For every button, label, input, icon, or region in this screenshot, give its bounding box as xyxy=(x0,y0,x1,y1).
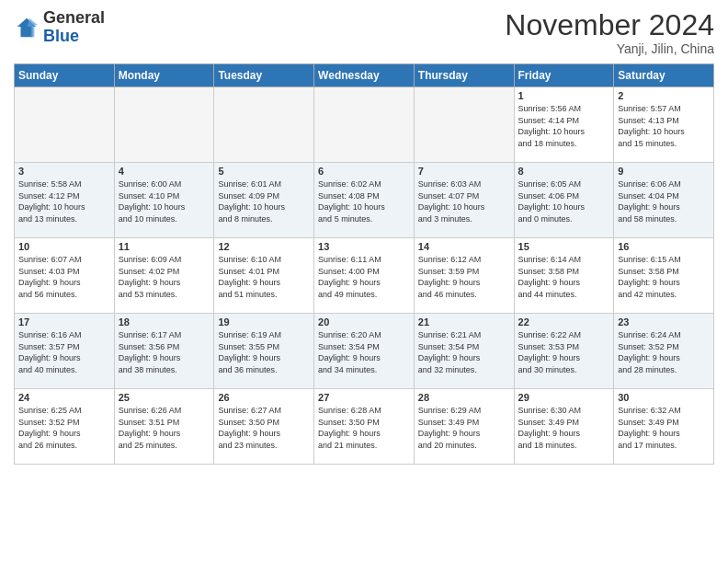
header-monday: Monday xyxy=(114,64,214,87)
title-block: November 2024 Yanji, Jilin, China xyxy=(505,9,714,56)
day-info: Sunrise: 6:29 AM Sunset: 3:49 PM Dayligh… xyxy=(418,405,510,451)
calendar-cell: 8Sunrise: 6:05 AM Sunset: 4:06 PM Daylig… xyxy=(514,163,614,238)
calendar-cell: 3Sunrise: 5:58 AM Sunset: 4:12 PM Daylig… xyxy=(15,163,115,238)
calendar-cell: 5Sunrise: 6:01 AM Sunset: 4:09 PM Daylig… xyxy=(214,163,314,238)
calendar-cell: 25Sunrise: 6:26 AM Sunset: 3:51 PM Dayli… xyxy=(114,389,214,465)
day-info: Sunrise: 6:11 AM Sunset: 4:00 PM Dayligh… xyxy=(318,254,410,300)
logo-icon xyxy=(14,15,40,40)
weekday-header-row: Sunday Monday Tuesday Wednesday Thursday… xyxy=(15,64,714,87)
day-info: Sunrise: 6:02 AM Sunset: 4:08 PM Dayligh… xyxy=(318,178,410,224)
day-number: 7 xyxy=(418,166,510,177)
day-info: Sunrise: 6:17 AM Sunset: 3:56 PM Dayligh… xyxy=(119,329,210,375)
calendar-cell xyxy=(314,87,415,163)
calendar-cell: 11Sunrise: 6:09 AM Sunset: 4:02 PM Dayli… xyxy=(114,238,214,314)
day-number: 10 xyxy=(18,241,110,252)
day-info: Sunrise: 6:07 AM Sunset: 4:03 PM Dayligh… xyxy=(18,254,110,300)
day-info: Sunrise: 6:01 AM Sunset: 4:09 PM Dayligh… xyxy=(218,178,310,224)
header-friday: Friday xyxy=(514,64,614,87)
week-row-2: 3Sunrise: 5:58 AM Sunset: 4:12 PM Daylig… xyxy=(15,163,714,238)
calendar-cell: 22Sunrise: 6:22 AM Sunset: 3:53 PM Dayli… xyxy=(514,314,614,389)
day-number: 18 xyxy=(119,316,210,327)
day-info: Sunrise: 6:28 AM Sunset: 3:50 PM Dayligh… xyxy=(318,405,410,451)
month-title: November 2024 xyxy=(505,9,714,41)
calendar-cell: 18Sunrise: 6:17 AM Sunset: 3:56 PM Dayli… xyxy=(114,314,214,389)
calendar-cell: 9Sunrise: 6:06 AM Sunset: 4:04 PM Daylig… xyxy=(614,163,714,238)
day-info: Sunrise: 6:15 AM Sunset: 3:58 PM Dayligh… xyxy=(618,254,710,300)
logo-text: General Blue xyxy=(43,9,105,46)
calendar-cell xyxy=(114,87,214,163)
header-sunday: Sunday xyxy=(15,64,115,87)
day-number: 27 xyxy=(318,392,410,403)
calendar-cell xyxy=(414,87,514,163)
day-number: 26 xyxy=(218,392,310,403)
calendar-cell: 4Sunrise: 6:00 AM Sunset: 4:10 PM Daylig… xyxy=(114,163,214,238)
day-number: 19 xyxy=(218,316,310,327)
day-number: 11 xyxy=(119,241,210,252)
day-info: Sunrise: 6:25 AM Sunset: 3:52 PM Dayligh… xyxy=(18,405,110,451)
day-info: Sunrise: 6:09 AM Sunset: 4:02 PM Dayligh… xyxy=(119,254,210,300)
calendar-cell: 16Sunrise: 6:15 AM Sunset: 3:58 PM Dayli… xyxy=(614,238,714,314)
day-info: Sunrise: 6:20 AM Sunset: 3:54 PM Dayligh… xyxy=(318,329,410,375)
day-info: Sunrise: 6:16 AM Sunset: 3:57 PM Dayligh… xyxy=(18,329,110,375)
day-number: 8 xyxy=(518,166,610,177)
day-number: 12 xyxy=(218,241,310,252)
day-number: 30 xyxy=(618,392,710,403)
day-number: 23 xyxy=(618,316,710,327)
day-info: Sunrise: 6:19 AM Sunset: 3:55 PM Dayligh… xyxy=(218,329,310,375)
calendar-cell: 28Sunrise: 6:29 AM Sunset: 3:49 PM Dayli… xyxy=(414,389,514,465)
day-number: 13 xyxy=(318,241,410,252)
day-number: 1 xyxy=(518,90,610,101)
page: General Blue November 2024 Yanji, Jilin,… xyxy=(0,0,728,472)
day-info: Sunrise: 6:21 AM Sunset: 3:54 PM Dayligh… xyxy=(418,329,510,375)
calendar-cell: 26Sunrise: 6:27 AM Sunset: 3:50 PM Dayli… xyxy=(214,389,314,465)
location: Yanji, Jilin, China xyxy=(505,41,714,56)
day-number: 5 xyxy=(218,166,310,177)
day-info: Sunrise: 6:06 AM Sunset: 4:04 PM Dayligh… xyxy=(618,178,710,224)
day-info: Sunrise: 6:12 AM Sunset: 3:59 PM Dayligh… xyxy=(418,254,510,300)
day-number: 6 xyxy=(318,166,410,177)
week-row-5: 24Sunrise: 6:25 AM Sunset: 3:52 PM Dayli… xyxy=(15,389,714,465)
day-number: 24 xyxy=(18,392,110,403)
calendar-cell: 7Sunrise: 6:03 AM Sunset: 4:07 PM Daylig… xyxy=(414,163,514,238)
day-number: 9 xyxy=(618,166,710,177)
day-info: Sunrise: 6:24 AM Sunset: 3:52 PM Dayligh… xyxy=(618,329,710,375)
day-number: 14 xyxy=(418,241,510,252)
day-info: Sunrise: 5:56 AM Sunset: 4:14 PM Dayligh… xyxy=(518,103,610,149)
day-info: Sunrise: 6:10 AM Sunset: 4:01 PM Dayligh… xyxy=(218,254,310,300)
day-number: 16 xyxy=(618,241,710,252)
day-number: 3 xyxy=(18,166,110,177)
day-info: Sunrise: 6:03 AM Sunset: 4:07 PM Dayligh… xyxy=(418,178,510,224)
week-row-3: 10Sunrise: 6:07 AM Sunset: 4:03 PM Dayli… xyxy=(15,238,714,314)
calendar-cell: 27Sunrise: 6:28 AM Sunset: 3:50 PM Dayli… xyxy=(314,389,415,465)
header: General Blue November 2024 Yanji, Jilin,… xyxy=(14,9,714,56)
calendar-cell: 23Sunrise: 6:24 AM Sunset: 3:52 PM Dayli… xyxy=(614,314,714,389)
day-info: Sunrise: 6:14 AM Sunset: 3:58 PM Dayligh… xyxy=(518,254,610,300)
calendar-cell: 17Sunrise: 6:16 AM Sunset: 3:57 PM Dayli… xyxy=(15,314,115,389)
day-info: Sunrise: 6:27 AM Sunset: 3:50 PM Dayligh… xyxy=(218,405,310,451)
day-info: Sunrise: 5:58 AM Sunset: 4:12 PM Dayligh… xyxy=(18,178,110,224)
header-saturday: Saturday xyxy=(614,64,714,87)
day-number: 29 xyxy=(518,392,610,403)
logo-general-text: General xyxy=(43,8,105,27)
day-info: Sunrise: 6:05 AM Sunset: 4:06 PM Dayligh… xyxy=(518,178,610,224)
day-number: 21 xyxy=(418,316,510,327)
week-row-1: 1Sunrise: 5:56 AM Sunset: 4:14 PM Daylig… xyxy=(15,87,714,163)
calendar-cell: 19Sunrise: 6:19 AM Sunset: 3:55 PM Dayli… xyxy=(214,314,314,389)
day-info: Sunrise: 6:26 AM Sunset: 3:51 PM Dayligh… xyxy=(119,405,210,451)
calendar-cell: 29Sunrise: 6:30 AM Sunset: 3:49 PM Dayli… xyxy=(514,389,614,465)
day-number: 22 xyxy=(518,316,610,327)
day-number: 17 xyxy=(18,316,110,327)
calendar-cell: 20Sunrise: 6:20 AM Sunset: 3:54 PM Dayli… xyxy=(314,314,415,389)
calendar-cell: 6Sunrise: 6:02 AM Sunset: 4:08 PM Daylig… xyxy=(314,163,415,238)
calendar: Sunday Monday Tuesday Wednesday Thursday… xyxy=(14,63,714,465)
header-tuesday: Tuesday xyxy=(214,64,314,87)
calendar-cell: 15Sunrise: 6:14 AM Sunset: 3:58 PM Dayli… xyxy=(514,238,614,314)
calendar-cell xyxy=(15,87,115,163)
day-number: 20 xyxy=(318,316,410,327)
calendar-cell: 13Sunrise: 6:11 AM Sunset: 4:00 PM Dayli… xyxy=(314,238,415,314)
calendar-cell xyxy=(214,87,314,163)
week-row-4: 17Sunrise: 6:16 AM Sunset: 3:57 PM Dayli… xyxy=(15,314,714,389)
header-wednesday: Wednesday xyxy=(314,64,415,87)
day-info: Sunrise: 5:57 AM Sunset: 4:13 PM Dayligh… xyxy=(618,103,710,149)
day-number: 4 xyxy=(119,166,210,177)
